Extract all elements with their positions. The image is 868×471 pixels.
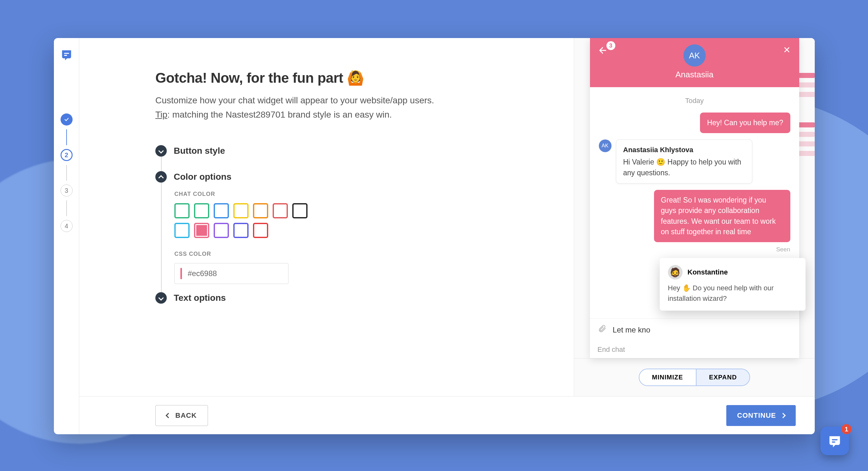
unread-badge: 3 (607, 41, 615, 50)
wizard-step-3[interactable]: 3 (61, 185, 72, 196)
svg-rect-1 (64, 55, 67, 56)
chat-message: AKAnastasiia KhlystovaHi Valerie 🙂 Happy… (599, 139, 790, 184)
help-toast[interactable]: 🧔 Konstantine Hey ✋ Do you need help wit… (660, 258, 806, 311)
css-color-text-field[interactable] (188, 269, 282, 278)
page-tip: Tip: matching the Nastest289701 brand st… (155, 110, 536, 120)
color-swatch[interactable] (194, 223, 209, 238)
app-logo (59, 48, 74, 62)
message-bubble: Anastasiia KhlystovaHi Valerie 🙂 Happy t… (616, 139, 752, 184)
color-swatch[interactable] (233, 223, 249, 238)
attach-icon[interactable] (597, 324, 607, 335)
chat-day-label: Today (599, 97, 790, 105)
agent-avatar: AK (683, 44, 706, 67)
color-swatch[interactable] (214, 223, 229, 238)
section-title-text-options: Text options (174, 293, 226, 303)
agent-name: Anastasiia (598, 70, 791, 80)
chevron-down-icon (158, 295, 164, 301)
chevron-right-icon (780, 413, 786, 418)
continue-button[interactable]: CONTINUE (726, 405, 796, 426)
wizard-step-1[interactable] (61, 114, 72, 126)
color-swatch[interactable] (273, 203, 288, 218)
svg-rect-2 (832, 439, 838, 441)
color-swatch[interactable] (174, 203, 190, 218)
chat-fab[interactable]: 1 (820, 427, 849, 455)
color-swatch[interactable] (233, 203, 249, 218)
color-swatch-grid (174, 203, 320, 238)
minimize-button[interactable]: MINIMIZE (640, 369, 696, 385)
end-chat-link[interactable]: End chat (590, 341, 799, 358)
css-color-chip (180, 268, 182, 279)
section-title-color-options: Color options (174, 172, 231, 182)
chevron-left-icon (166, 413, 171, 418)
expand-button[interactable]: EXPAND (696, 369, 750, 385)
wizard-footer: BACK CONTINUE (79, 396, 815, 434)
svg-rect-0 (64, 53, 69, 54)
toast-text: Hey ✋ Do you need help with our installa… (668, 283, 797, 304)
page-subtitle: Customize how your chat widget will appe… (155, 94, 536, 107)
wizard-step-4[interactable]: 4 (61, 220, 72, 232)
chat-back-button[interactable] (598, 45, 608, 56)
chevron-down-icon (158, 148, 164, 154)
message-bubble: Hey! Can you help me? (700, 113, 790, 133)
css-color-label: CSS COLOR (174, 251, 536, 257)
seen-label: Seen (599, 246, 790, 253)
color-swatch[interactable] (292, 203, 308, 218)
chat-header: 3 AK Anastasiia (590, 38, 799, 87)
chat-input-row (590, 318, 799, 341)
wizard-sidebar: 2 3 4 (54, 38, 79, 434)
chat-message: Great! So I was wondering if you guys pr… (599, 190, 790, 242)
color-swatch[interactable] (174, 223, 190, 238)
color-swatch[interactable] (253, 203, 268, 218)
chat-close-button[interactable] (783, 45, 791, 56)
app-window: 2 3 4 Gotcha! Now, for the fun part 🙆 Cu… (54, 38, 815, 434)
color-swatch[interactable] (194, 203, 209, 218)
chat-message: Hey! Can you help me? (599, 113, 790, 133)
color-swatch[interactable] (253, 223, 268, 238)
section-toggle-color-options[interactable] (155, 171, 167, 183)
section-toggle-text-options[interactable] (155, 292, 167, 304)
preview-pane: 3 AK Anastasiia Today Hey! Can you help … (574, 38, 815, 396)
message-avatar: AK (599, 139, 612, 152)
css-color-input[interactable] (174, 263, 288, 284)
section-toggle-button-style[interactable] (155, 145, 167, 157)
chevron-up-icon (158, 175, 164, 181)
svg-rect-3 (832, 442, 835, 443)
message-bubble: Great! So I was wondering if you guys pr… (654, 190, 790, 242)
preview-footer: MINIMIZE EXPAND (574, 358, 815, 396)
section-title-button-style: Button style (174, 146, 225, 156)
fab-badge: 1 (841, 424, 851, 434)
chat-widget-preview: 3 AK Anastasiia Today Hey! Can you help … (590, 38, 799, 358)
wizard-step-2[interactable]: 2 (61, 149, 72, 161)
color-swatch[interactable] (214, 203, 229, 218)
chat-message-input[interactable] (613, 325, 792, 335)
toast-avatar: 🧔 (668, 265, 683, 280)
customize-pane: Gotcha! Now, for the fun part 🙆 Customiz… (79, 38, 574, 396)
chat-color-label: CHAT COLOR (174, 191, 536, 197)
back-button[interactable]: BACK (155, 405, 208, 426)
toast-name: Konstantine (688, 268, 728, 276)
page-title: Gotcha! Now, for the fun part 🙆 (155, 70, 536, 86)
